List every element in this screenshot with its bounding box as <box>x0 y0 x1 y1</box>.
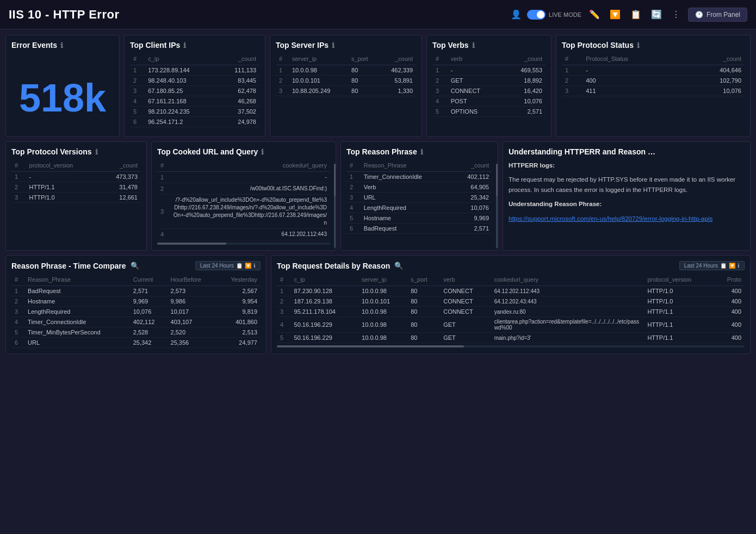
table-cell: 403,107 <box>168 317 217 327</box>
table-cell: 473,373 <box>100 172 141 182</box>
info-icon-badge[interactable]: ℹ <box>253 263 256 269</box>
copy-icon-rd[interactable]: 📋 <box>720 263 727 269</box>
table-cell: 96.254.171.2 <box>145 117 217 127</box>
info-icon-error-events[interactable]: ℹ <box>60 41 63 49</box>
table-cell: 83,445 <box>217 76 259 86</box>
table-row: 2Verb64,905 <box>346 182 492 193</box>
panel-top-reason-phrase: Top Reason Phrase ℹ # Reason_Phrase _cou… <box>340 141 498 251</box>
table-cell: Timer_ConnectionIdle <box>24 317 130 327</box>
table-cell: - <box>583 65 685 76</box>
col-current: Current <box>130 275 168 286</box>
table-cell: CONNECT <box>440 296 491 307</box>
more-button[interactable]: ⋮ <box>670 7 683 22</box>
table-cell: URL <box>24 338 130 348</box>
info-icon-client-ips[interactable]: ℹ <box>183 41 186 49</box>
live-mode-toggle[interactable]: LIVE MODE <box>527 10 581 20</box>
table-row: 6URL25,34225,35624,977 <box>11 338 261 348</box>
table-cell: 80 <box>348 86 379 96</box>
col-reason-phrase: Reason_Phrase <box>24 275 130 286</box>
table-cell: HTTP/1.0 <box>644 296 715 307</box>
col-num: # <box>562 54 583 65</box>
col-num: # <box>130 54 145 65</box>
table-row: 298.248.40.10383,445 <box>130 76 259 86</box>
table-row: 5Timer_MinBytesPerSecond2,5282,5202,513 <box>11 327 261 338</box>
table-cell: CONNECT <box>448 86 503 96</box>
table-cell: 1 <box>276 65 289 76</box>
panel-title-reason-time: Reason Phrase - Time Compare <box>11 262 126 270</box>
table-row: 3HTTP/1.012,661 <box>11 193 141 203</box>
panel-title-error-events: Error Events <box>11 41 57 49</box>
table-cell: 3 <box>432 86 448 96</box>
copy-icon[interactable]: 📋 <box>236 263 243 269</box>
request-details-scroll[interactable]: # c_ip server_ip s_port verb cookedurl_q… <box>277 275 745 347</box>
bottom-scrollbar <box>157 243 330 245</box>
cooked-url-scroll[interactable]: # cookedurl_query 1-2/w00tw00t.at.ISC.SA… <box>157 160 330 240</box>
table-cell: 10.0.0.98 <box>358 317 407 333</box>
info-icon-protocol-status[interactable]: ℹ <box>637 41 640 49</box>
filter-icon-rd[interactable]: 🔽 <box>729 263 735 269</box>
table-cell: 400 <box>583 76 685 86</box>
info-icon-cooked-url[interactable]: ℹ <box>261 148 264 156</box>
edit-button[interactable]: ✏️ <box>587 7 602 22</box>
table-cell: 402,112 <box>453 172 492 182</box>
from-panel-button[interactable]: 🕐 From Panel <box>688 8 747 22</box>
table-cell: 2 <box>11 182 26 193</box>
cooked-url-table: # cookedurl_query 1-2/w00tw00t.at.ISC.SA… <box>157 160 330 240</box>
refresh-button[interactable]: 🔄 <box>649 7 664 22</box>
col-verb: verb <box>440 275 491 286</box>
info-icon-reason-time[interactable]: 🔍 <box>131 262 139 270</box>
panel-title-reason-phrase: Top Reason Phrase <box>346 147 417 156</box>
table-row: 464.12.202.112:443 <box>157 229 330 240</box>
table-row: 1-469,553 <box>432 65 546 76</box>
reason-time-badge-label: Last 24 Hours <box>200 263 234 269</box>
panel-top-client-ips: Top Client IPs ℹ # c_ip _count 1173.228.… <box>124 35 265 137</box>
table-row: 110.0.0.9880462,339 <box>276 65 416 76</box>
filter-button[interactable]: 🔽 <box>608 7 623 22</box>
info-icon-verbs[interactable]: ℹ <box>472 41 475 49</box>
from-panel-label: From Panel <box>707 11 740 18</box>
info-icon-request-details[interactable]: 🔍 <box>394 262 403 270</box>
share-button[interactable]: 📋 <box>628 7 643 22</box>
table-cell: 98.248.40.103 <box>145 76 217 86</box>
table-cell: 10,076 <box>130 307 168 317</box>
table-cell: 401,860 <box>216 317 261 327</box>
info-icon-reason-phrase[interactable]: ℹ <box>420 148 423 156</box>
table-cell: 1 <box>277 286 291 296</box>
table-cell: Verb <box>361 182 453 193</box>
col-count: _count <box>217 54 259 65</box>
understanding-body2: The request may be rejected by HTTP.SYS … <box>509 175 745 195</box>
col-count: _count <box>685 54 745 65</box>
table-cell: 2 <box>562 76 583 86</box>
info-icon-server-ips[interactable]: ℹ <box>332 41 334 49</box>
table-row: 1- <box>157 172 330 183</box>
request-details-table: # c_ip server_ip s_port verb cookedurl_q… <box>277 275 745 343</box>
reason-phrase-scroll[interactable]: # Reason_Phrase _count 1Timer_Connection… <box>346 160 492 234</box>
table-cell: 10.0.0.98 <box>358 333 407 343</box>
table-cell: 2,571 <box>503 107 546 117</box>
understanding-link[interactable]: https://support.microsoft.com/en-us/help… <box>509 215 712 222</box>
table-cell: 400 <box>715 286 745 296</box>
filter-icon[interactable]: 🔽 <box>245 263 251 269</box>
table-cell: 5 <box>432 107 448 117</box>
table-cell: 187.16.29.138 <box>291 296 359 307</box>
table-cell: 1 <box>11 286 24 296</box>
panel-top-server-ips: Top Server IPs ℹ # server_ip s_port _cou… <box>270 35 422 137</box>
table-cell: 53,891 <box>379 76 416 86</box>
table-cell: 18,892 <box>503 76 546 86</box>
panel-top-protocol-status: Top Protocol Status ℹ # Protocol_Status … <box>556 35 751 137</box>
info-icon-protocol-versions[interactable]: ℹ <box>95 148 98 156</box>
verbs-table: # verb _count 1-469,5532GET18,8923CONNEC… <box>432 54 546 117</box>
table-cell: 12,661 <box>100 193 141 203</box>
app-header: IIS 10 - HTTP Error 👤 LIVE MODE ✏️ 🔽 📋 🔄… <box>0 0 756 29</box>
live-mode-label: LIVE MODE <box>549 11 581 18</box>
col-protocol-status: Protocol_Status <box>583 54 685 65</box>
info-icon-rd-badge[interactable]: ℹ <box>738 263 740 269</box>
table-cell: Timer_MinBytesPerSecond <box>24 327 130 338</box>
table-cell: clientarea.php?action=red&templatefile=.… <box>491 317 645 333</box>
scroll-indicator <box>334 164 336 248</box>
reason-time-badge: Last 24 Hours 📋 🔽 ℹ <box>195 261 261 270</box>
table-row: 2HTTP/1.131,478 <box>11 182 141 193</box>
panel-title-request-details: Top Request Details by Reason <box>277 262 390 270</box>
table-cell: 16,420 <box>503 86 546 96</box>
table-row: 3URL25,342 <box>346 193 492 203</box>
